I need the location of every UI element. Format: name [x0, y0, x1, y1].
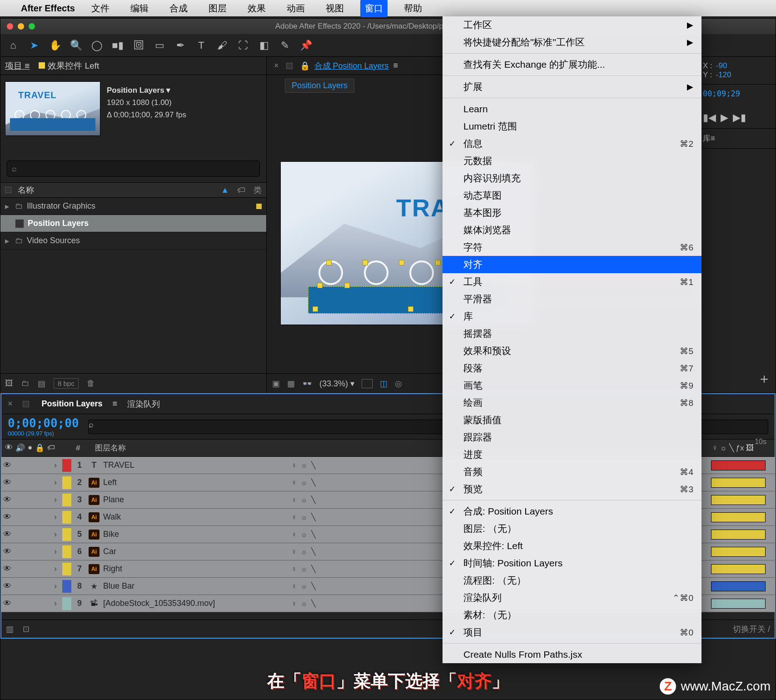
- pen-tool-icon[interactable]: ✒: [174, 39, 187, 52]
- layer-color[interactable]: [62, 476, 71, 489]
- menu-edit[interactable]: 编辑: [126, 0, 153, 17]
- menu-item[interactable]: 进度: [443, 446, 701, 463]
- color-depth-button[interactable]: 8 bpc: [54, 378, 79, 389]
- zoom-tool-icon[interactable]: 🔍: [70, 39, 82, 52]
- twisty-icon[interactable]: ▸: [5, 236, 11, 246]
- brush-tool-icon[interactable]: 🖌: [216, 39, 229, 52]
- menu-animation[interactable]: 动画: [282, 0, 309, 17]
- menu-item[interactable]: 效果和预设⌘5: [443, 342, 701, 360]
- home-icon[interactable]: ⌂: [7, 39, 20, 52]
- motion-blur-icon[interactable]: ⊡: [23, 624, 30, 634]
- menu-item[interactable]: 基本图形: [443, 204, 701, 221]
- layer-name[interactable]: Blue Bar: [100, 581, 291, 591]
- layer-duration-bar[interactable]: [711, 460, 766, 470]
- new-comp-icon[interactable]: ▤: [38, 379, 45, 389]
- add-icon[interactable]: ＋: [757, 370, 771, 388]
- twisty-icon[interactable]: ›: [49, 599, 62, 608]
- close-tab-icon[interactable]: ×: [8, 399, 13, 409]
- menu-item[interactable]: ✓项目⌘0: [443, 624, 701, 641]
- layer-switches[interactable]: ♀ ☼ ╲: [291, 547, 373, 556]
- layer-name[interactable]: Right: [100, 564, 291, 574]
- menu-item[interactable]: 渲染队列⌃⌘0: [443, 589, 701, 606]
- menu-item[interactable]: Lumetri 范围: [443, 118, 701, 135]
- menu-item[interactable]: 绘画⌘8: [443, 394, 701, 411]
- target-icon[interactable]: ◎: [395, 379, 402, 389]
- menu-item[interactable]: Create Nulls From Paths.jsx: [443, 646, 701, 663]
- menu-item[interactable]: 平滑器: [443, 290, 701, 308]
- layer-duration-bar[interactable]: [711, 478, 766, 488]
- menu-item[interactable]: ✓库: [443, 308, 701, 325]
- layer-color[interactable]: [62, 459, 71, 472]
- roto-tool-icon[interactable]: ✎: [279, 39, 291, 52]
- twisty-icon[interactable]: ›: [49, 530, 62, 539]
- library-panel-header[interactable]: 库 ≡: [698, 129, 776, 149]
- menu-item[interactable]: 图层: （无）: [443, 520, 701, 537]
- visibility-toggle[interactable]: 👁: [1, 478, 13, 487]
- layer-switches[interactable]: ♀ ☼ ╲: [291, 461, 373, 470]
- menu-item[interactable]: ✓信息⌘2: [443, 135, 701, 152]
- trash-icon[interactable]: 🗑: [87, 379, 95, 388]
- flowchart-breadcrumb[interactable]: Position Layers: [285, 79, 354, 93]
- pan-behind-tool-icon[interactable]: 🞖: [132, 39, 145, 52]
- menu-item[interactable]: 扩展▶: [443, 78, 701, 95]
- puppet-tool-icon[interactable]: 📌: [299, 39, 312, 52]
- layer-name[interactable]: Bike: [100, 530, 291, 539]
- layer-name[interactable]: TRAVEL: [100, 460, 291, 470]
- menu-item[interactable]: 段落⌘7: [443, 360, 701, 377]
- menu-effect[interactable]: 效果: [243, 0, 270, 17]
- project-list-header[interactable]: 名称 ▲ 🏷 类: [0, 182, 266, 198]
- timeline-tab-comp[interactable]: Position Layers: [42, 399, 103, 409]
- toggle-switches-modes[interactable]: 切换开关 /: [733, 624, 770, 635]
- project-tab[interactable]: 项目 ≡: [5, 60, 30, 72]
- camera-tool-icon[interactable]: ■▮: [111, 39, 124, 52]
- menu-item[interactable]: 查找有关 Exchange 的扩展功能...: [443, 56, 701, 73]
- layer-color[interactable]: [62, 494, 71, 506]
- layer-color[interactable]: [62, 511, 71, 524]
- layer-name[interactable]: Left: [100, 478, 291, 487]
- menu-window[interactable]: 窗口: [360, 0, 388, 17]
- transparency-grid-icon[interactable]: ◫: [380, 379, 388, 389]
- roi-icon[interactable]: [362, 379, 373, 388]
- layer-switches[interactable]: ♀ ☼ ╲: [291, 599, 373, 608]
- visibility-toggle[interactable]: 👁: [1, 512, 13, 522]
- menu-item[interactable]: 媒体浏览器: [443, 221, 701, 239]
- layer-name[interactable]: Plane: [100, 495, 291, 505]
- project-row-folder-2[interactable]: ▸ 🗀 Video Sources: [0, 232, 266, 250]
- menu-item[interactable]: 内容识别填充: [443, 170, 701, 187]
- menu-item[interactable]: 元数据: [443, 152, 701, 170]
- menu-item[interactable]: 字符⌘6: [443, 239, 701, 256]
- menu-item[interactable]: Learn: [443, 100, 701, 118]
- project-search-input[interactable]: ⌕: [7, 160, 260, 177]
- menu-item[interactable]: 对齐: [443, 256, 701, 273]
- menu-item[interactable]: ✓合成: Position Layers: [443, 503, 701, 520]
- zoom-level[interactable]: (33.3%) ▾: [319, 379, 354, 389]
- layer-color[interactable]: [62, 563, 71, 575]
- layer-switches[interactable]: ♀ ☼ ╲: [291, 478, 373, 487]
- menu-layer[interactable]: 图层: [204, 0, 231, 17]
- twisty-icon[interactable]: ›: [49, 460, 62, 470]
- twisty-icon[interactable]: ›: [49, 478, 62, 487]
- visibility-toggle[interactable]: 👁: [1, 495, 13, 505]
- selection-tool-icon[interactable]: ➤: [28, 39, 40, 52]
- layer-switches[interactable]: ♀ ☼ ╲: [291, 513, 373, 521]
- hand-tool-icon[interactable]: ✋: [49, 39, 61, 52]
- menu-item[interactable]: 摇摆器: [443, 325, 701, 342]
- layer-switches[interactable]: ♀ ☼ ╲: [291, 530, 373, 539]
- effect-controls-tab[interactable]: 效果控件 Left: [39, 60, 99, 72]
- twisty-icon[interactable]: ›: [49, 495, 62, 505]
- orbit-tool-icon[interactable]: ◯: [90, 39, 103, 52]
- layer-color[interactable]: [62, 580, 71, 593]
- layer-color[interactable]: [62, 545, 71, 558]
- layer-duration-bar[interactable]: [711, 512, 766, 522]
- layer-name[interactable]: Walk: [100, 512, 291, 522]
- visibility-toggle[interactable]: 👁: [1, 581, 13, 591]
- layer-duration-bar[interactable]: [711, 564, 766, 574]
- current-timecode[interactable]: 0;00;00;00 00000 (29.97 fps): [8, 416, 79, 437]
- prev-frame-icon[interactable]: ▮◀: [703, 112, 716, 124]
- twisty-icon[interactable]: ▸: [5, 201, 11, 211]
- twisty-icon[interactable]: ›: [49, 547, 62, 556]
- layer-duration-bar[interactable]: [711, 530, 766, 540]
- menu-view[interactable]: 视图: [321, 0, 348, 17]
- menu-item[interactable]: 蒙版插值: [443, 411, 701, 429]
- layer-duration-bar[interactable]: [711, 581, 766, 591]
